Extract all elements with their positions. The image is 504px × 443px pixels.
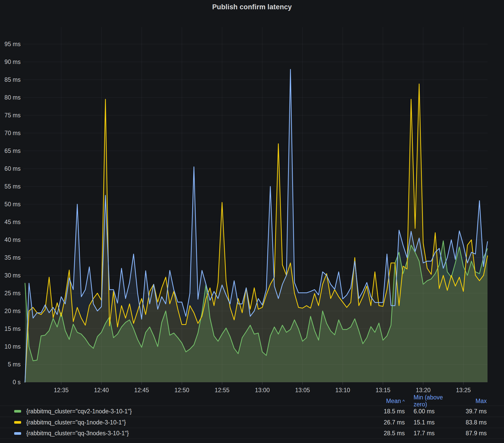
x-axis-label: 12:50	[166, 387, 197, 393]
legend-sort-max[interactable]: Max	[453, 398, 487, 405]
legend-row: {rabbitmq_cluster="qq-1node-3-10-1"}26.7…	[0, 417, 504, 428]
x-axis-label: 13:25	[448, 387, 479, 393]
series-max-value: 87.9 ms	[453, 430, 487, 437]
y-axis-label: 40 ms	[0, 236, 21, 243]
legend-series-toggle[interactable]: {rabbitmq_cluster="qq-3nodes-3-10-1"}	[14, 430, 364, 437]
series-name: {rabbitmq_cluster="cqv2-1node-3-10-1"}	[26, 408, 132, 415]
y-axis-label: 5 ms	[0, 361, 21, 368]
x-axis-label: 13:10	[327, 387, 358, 393]
series-mean-value: 18.5 ms	[364, 408, 405, 415]
y-axis-label: 65 ms	[0, 147, 21, 154]
x-axis-label: 12:40	[86, 387, 117, 393]
x-axis-label: 12:35	[46, 387, 77, 393]
series-mean-value: 28.5 ms	[364, 430, 405, 437]
series-min-value: 17.7 ms	[405, 430, 453, 437]
legend: Mean^ Min (above zero) Max {rabbitmq_clu…	[0, 394, 504, 443]
legend-rows: {rabbitmq_cluster="cqv2-1node-3-10-1"}18…	[0, 406, 504, 439]
x-axis-label: 13:00	[247, 387, 278, 393]
sort-ascending-icon: ^	[402, 399, 405, 404]
legend-header-row: Mean^ Min (above zero) Max	[0, 394, 504, 406]
x-axis-label: 13:15	[367, 387, 398, 393]
series-max-value: 83.8 ms	[453, 419, 487, 426]
y-axis-label: 90 ms	[0, 59, 21, 65]
series-color-swatch-icon	[14, 432, 21, 435]
y-axis-label: 50 ms	[0, 201, 21, 208]
y-axis-label: 0 s	[0, 379, 21, 385]
legend-row: {rabbitmq_cluster="qq-3nodes-3-10-1"}28.…	[0, 428, 504, 439]
series-color-swatch-icon	[14, 410, 21, 413]
legend-series-toggle[interactable]: {rabbitmq_cluster="cqv2-1node-3-10-1"}	[14, 408, 364, 415]
y-axis-label: 10 ms	[0, 343, 21, 350]
legend-series-toggle[interactable]: {rabbitmq_cluster="qq-1node-3-10-1"}	[14, 419, 364, 426]
y-axis-label: 60 ms	[0, 165, 21, 172]
x-axis-label: 13:20	[408, 387, 439, 393]
series-max-value: 39.7 ms	[453, 408, 487, 415]
x-axis-label: 12:55	[207, 387, 238, 393]
y-axis-label: 70 ms	[0, 130, 21, 136]
legend-sort-mean[interactable]: Mean^	[364, 398, 405, 405]
legend-sort-min[interactable]: Min (above zero)	[405, 394, 453, 408]
y-axis-label: 25 ms	[0, 290, 21, 297]
x-axis-label: 13:05	[287, 387, 318, 393]
y-axis-label: 55 ms	[0, 183, 21, 190]
y-axis-label: 75 ms	[0, 112, 21, 119]
series-name: {rabbitmq_cluster="qq-1node-3-10-1"}	[26, 419, 126, 426]
chart-plot-area[interactable]	[0, 0, 504, 443]
series-name: {rabbitmq_cluster="qq-3nodes-3-10-1"}	[26, 430, 129, 437]
series-min-value: 15.1 ms	[405, 419, 453, 426]
series-min-value: 6.00 ms	[405, 408, 453, 415]
y-axis-label: 80 ms	[0, 94, 21, 101]
y-axis-label: 45 ms	[0, 219, 21, 225]
series-mean-value: 26.7 ms	[364, 419, 405, 426]
timeseries-panel: Publish confirm latency 0 s5 ms10 ms15 m…	[0, 0, 504, 443]
y-axis-label: 35 ms	[0, 254, 21, 261]
y-axis-label: 15 ms	[0, 325, 21, 332]
y-axis-label: 95 ms	[0, 41, 21, 47]
x-axis-label: 12:45	[126, 387, 157, 393]
y-axis-label: 20 ms	[0, 308, 21, 314]
y-axis-label: 85 ms	[0, 76, 21, 83]
series-color-swatch-icon	[14, 421, 21, 424]
y-axis-label: 30 ms	[0, 272, 21, 279]
